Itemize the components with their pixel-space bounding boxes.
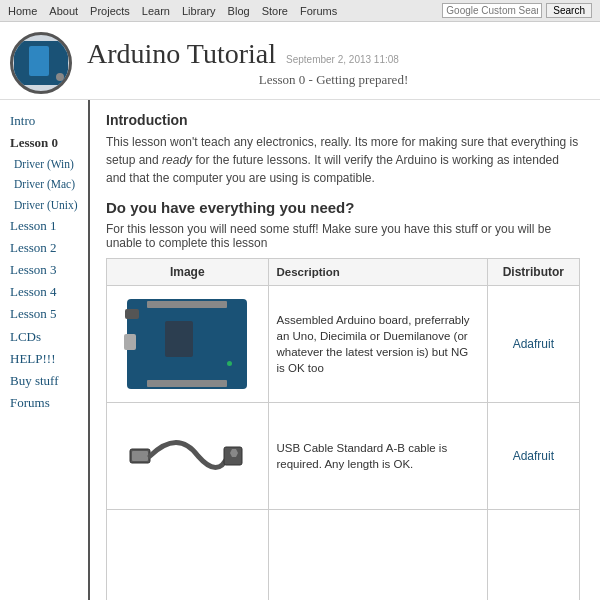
main-layout: Intro Lesson 0 Driver (Win) Driver (Mac)… (0, 100, 600, 600)
table-cell-desc-2: USB Cable Standard A-B cable is required… (268, 403, 487, 510)
nav-blog[interactable]: Blog (228, 5, 250, 17)
chip (165, 321, 193, 357)
power-port (125, 309, 139, 319)
sidebar: Intro Lesson 0 Driver (Win) Driver (Mac)… (0, 100, 90, 600)
svg-rect-1 (132, 451, 148, 461)
search-input[interactable] (442, 3, 542, 18)
search-button[interactable]: Search (546, 3, 592, 18)
site-logo (10, 32, 72, 94)
main-content: Introduction This lesson won't teach any… (90, 100, 600, 600)
page-header: Arduino Tutorial September 2, 2013 11:08… (0, 22, 600, 100)
sidebar-item-lesson4[interactable]: Lesson 4 (10, 281, 57, 303)
adafruit-link-1[interactable]: Adafruit (513, 337, 554, 351)
table-cell-desc-1: Assembled Arduino board, preferrably an … (268, 286, 487, 403)
table-cell-dist-1: Adafruit (487, 286, 579, 403)
usb-cable-svg (128, 419, 246, 494)
stuff-table: Image Description Distributor (106, 258, 580, 600)
adafruit-link-2[interactable]: Adafruit (513, 449, 554, 463)
sidebar-item-forums[interactable]: Forums (10, 392, 50, 414)
header-text: Arduino Tutorial September 2, 2013 11:08… (87, 38, 580, 88)
need-heading: Do you have everything you need? (106, 199, 580, 216)
pins-bottom (147, 380, 227, 387)
table-cell-image-2 (107, 403, 269, 510)
nav-about[interactable]: About (49, 5, 78, 17)
sidebar-item-lesson5[interactable]: Lesson 5 (10, 303, 57, 325)
sidebar-item-lesson0[interactable]: Lesson 0 (10, 132, 58, 154)
usb-port (124, 334, 136, 350)
sidebar-item-lcds[interactable]: LCDs (10, 326, 41, 348)
table-row: Assembled Arduino board, preferrably an … (107, 286, 580, 403)
sidebar-item-help[interactable]: HELP!!! (10, 348, 56, 370)
nav-home[interactable]: Home (8, 5, 37, 17)
nav-learn[interactable]: Learn (142, 5, 170, 17)
sidebar-item-buystuff[interactable]: Buy stuff (10, 370, 59, 392)
arduino-board-image (127, 299, 247, 389)
sidebar-item-driver-unix[interactable]: Driver (Unix) (10, 195, 78, 215)
table-header-description: Description (268, 259, 487, 286)
nav-projects[interactable]: Projects (90, 5, 130, 17)
usb-cable-image (127, 416, 247, 496)
sidebar-item-intro[interactable]: Intro (10, 110, 35, 132)
pins-top (147, 301, 227, 308)
site-subtitle: Lesson 0 - Getting prepared! (87, 72, 580, 88)
search-area: Search (442, 3, 592, 18)
table-header-distributor: Distributor (487, 259, 579, 286)
nav-forums[interactable]: Forums (300, 5, 337, 17)
table-row: USB Cable Standard A-B cable is required… (107, 403, 580, 510)
top-navigation: Home About Projects Learn Library Blog S… (0, 0, 600, 22)
table-cell-image-3 (107, 510, 269, 600)
intro-text: This lesson won't teach any electronics,… (106, 133, 580, 187)
table-cell-dist-3 (487, 510, 579, 600)
need-subtext: For this lesson you will need some stuff… (106, 222, 580, 250)
table-cell-desc-3 (268, 510, 487, 600)
table-header-image: Image (107, 259, 269, 286)
site-date: September 2, 2013 11:08 (286, 54, 399, 65)
sidebar-item-lesson1[interactable]: Lesson 1 (10, 215, 57, 237)
nav-links: Home About Projects Learn Library Blog S… (8, 5, 337, 17)
nav-store[interactable]: Store (262, 5, 288, 17)
sidebar-item-driver-mac[interactable]: Driver (Mac) (10, 174, 75, 194)
logo-board-image (14, 41, 68, 85)
table-cell-image-1 (107, 286, 269, 403)
sidebar-item-lesson2[interactable]: Lesson 2 (10, 237, 57, 259)
site-title: Arduino Tutorial (87, 38, 276, 70)
intro-heading: Introduction (106, 112, 580, 128)
nav-library[interactable]: Library (182, 5, 216, 17)
table-row (107, 510, 580, 600)
led (227, 361, 232, 366)
sidebar-item-lesson3[interactable]: Lesson 3 (10, 259, 57, 281)
sidebar-item-driver-win[interactable]: Driver (Win) (10, 154, 74, 174)
table-cell-dist-2: Adafruit (487, 403, 579, 510)
